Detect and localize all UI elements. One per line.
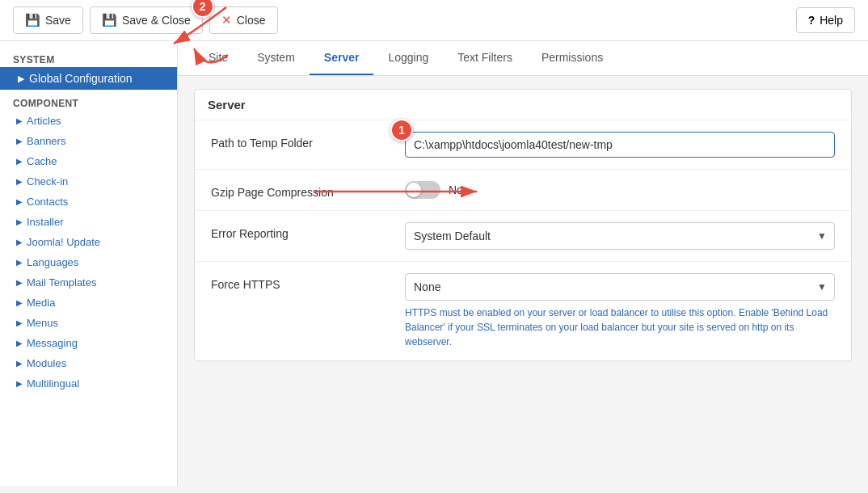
- path-temp-field: 1: [405, 132, 835, 158]
- sidebar-item-label: Check-in: [27, 175, 68, 188]
- error-reporting-field: System Default None Simple Maximum ▼: [405, 222, 835, 250]
- global-config-label: Global Configuration: [29, 72, 133, 85]
- error-reporting-label: Error Reporting: [211, 222, 389, 240]
- sidebar-item-label: Menus: [27, 317, 58, 329]
- sidebar-item-contacts[interactable]: ▶ Contacts: [0, 192, 177, 212]
- sidebar-item-label: Media: [27, 297, 55, 309]
- sidebar-item-banners[interactable]: ▶ Banners: [0, 131, 177, 151]
- sidebar-item-menus[interactable]: ▶ Menus: [0, 313, 177, 333]
- chevron-icon: ▶: [16, 318, 23, 327]
- sidebar-item-modules[interactable]: ▶ Modules: [0, 353, 177, 373]
- force-https-hint: HTTPS must be enabled on your server or …: [405, 305, 835, 349]
- sidebar: System ▶ Global Configuration Component …: [0, 41, 178, 486]
- tab-permissions[interactable]: Permissions: [527, 41, 617, 75]
- global-config-item[interactable]: ▶ Global Configuration: [0, 67, 177, 90]
- chevron-icon: ▶: [16, 379, 23, 388]
- force-https-label: Force HTTPS: [211, 273, 389, 291]
- sidebar-item-checkin[interactable]: ▶ Check-in: [0, 171, 177, 192]
- sidebar-item-label: Contacts: [27, 196, 68, 208]
- sidebar-item-mail-templates[interactable]: ▶ Mail Templates: [0, 272, 177, 293]
- chevron-icon: ▶: [16, 238, 23, 247]
- sidebar-item-label: Joomla! Update: [27, 236, 100, 248]
- sidebar-item-label: Articles: [27, 115, 61, 127]
- chevron-icon: ▶: [16, 278, 23, 287]
- path-temp-label: Path to Temp Folder: [211, 132, 389, 150]
- sidebar-item-joomla-update[interactable]: ▶ Joomla! Update: [0, 232, 177, 252]
- save-button[interactable]: 💾 Save: [13, 6, 83, 34]
- close-icon: ✕: [221, 13, 232, 27]
- chevron-icon: ▶: [16, 258, 23, 267]
- force-https-select[interactable]: None Administrator Only Entire Site: [405, 273, 835, 301]
- chevron-icon: ▶: [16, 137, 23, 145]
- system-section-label: System: [0, 51, 177, 67]
- gzip-field: No: [405, 181, 835, 199]
- sidebar-item-languages[interactable]: ▶ Languages: [0, 252, 177, 272]
- force-https-select-wrap: None Administrator Only Entire Site ▼: [405, 273, 835, 301]
- toolbar: 💾 Save 💾 Save & Close 2 ✕ Close ? Help: [0, 0, 868, 41]
- sidebar-item-label: Modules: [27, 357, 66, 369]
- sidebar-item-cache[interactable]: ▶ Cache: [0, 151, 177, 171]
- force-https-field: None Administrator Only Entire Site ▼ HT…: [405, 273, 835, 349]
- save-label: Save: [45, 14, 71, 27]
- toggle-wrap: No: [405, 181, 835, 199]
- sidebar-item-label: Multilingual: [27, 377, 79, 390]
- close-button[interactable]: ✕ Close: [209, 6, 278, 34]
- tab-text-filters[interactable]: Text Filters: [443, 41, 527, 75]
- main-layout: System ▶ Global Configuration Component …: [0, 41, 868, 486]
- help-button[interactable]: ? Help: [796, 7, 855, 33]
- chevron-icon: ▶: [16, 298, 23, 307]
- gzip-label: Gzip Page Compression: [211, 181, 389, 199]
- sidebar-item-articles[interactable]: ▶ Articles: [0, 111, 177, 131]
- chevron-icon: ▶: [16, 177, 23, 186]
- sidebar-item-label: Languages: [27, 256, 78, 268]
- chevron-icon: ▶: [16, 197, 23, 206]
- path-to-temp-folder-row: Path to Temp Folder 1: [195, 120, 851, 170]
- sidebar-item-installer[interactable]: ▶ Installer: [0, 212, 177, 232]
- server-panel: Server Path to Temp Folder 1 Gzip Page C…: [194, 89, 852, 361]
- force-https-row: Force HTTPS None Administrator Only Enti…: [195, 262, 851, 360]
- annotation-1: 1: [390, 119, 413, 141]
- sidebar-item-label: Cache: [27, 155, 57, 167]
- tabs-bar: Site System Server Logging Text Filters …: [178, 41, 868, 76]
- gzip-row: Gzip Page Compression No: [195, 170, 851, 211]
- error-reporting-row: Error Reporting System Default None Simp…: [195, 211, 851, 262]
- sidebar-item-label: Messaging: [27, 337, 78, 349]
- save-close-button[interactable]: 💾 Save & Close: [90, 6, 203, 34]
- sidebar-item-media[interactable]: ▶ Media: [0, 293, 177, 313]
- error-reporting-select[interactable]: System Default None Simple Maximum: [405, 222, 835, 250]
- close-label: Close: [237, 14, 266, 27]
- chevron-icon: ▶: [16, 116, 23, 125]
- error-reporting-select-wrap: System Default None Simple Maximum ▼: [405, 222, 835, 250]
- form-content: Server Path to Temp Folder 1 Gzip Page C…: [178, 76, 868, 374]
- sidebar-item-label: Mail Templates: [27, 276, 96, 289]
- sidebar-item-label: Banners: [27, 135, 65, 147]
- gzip-toggle[interactable]: [405, 181, 440, 199]
- sidebar-item-messaging[interactable]: ▶ Messaging: [0, 333, 177, 353]
- chevron-icon: ▶: [16, 339, 23, 348]
- sidebar-item-multilingual[interactable]: ▶ Multilingual: [0, 373, 177, 394]
- path-temp-input[interactable]: [405, 132, 835, 158]
- panel-title: Server: [195, 90, 851, 120]
- tab-server[interactable]: Server: [310, 41, 374, 75]
- content-area: Site System Server Logging Text Filters …: [178, 41, 868, 486]
- save-close-label: Save & Close: [122, 14, 191, 27]
- help-icon: ?: [808, 14, 815, 27]
- chevron-right-icon: ▶: [18, 74, 24, 84]
- save-icon: 💾: [25, 13, 40, 27]
- sidebar-item-label: Installer: [27, 216, 64, 228]
- help-label: Help: [820, 14, 843, 27]
- chevron-icon: ▶: [16, 157, 23, 166]
- tab-site[interactable]: Site: [194, 41, 242, 75]
- tab-system[interactable]: System: [242, 41, 310, 75]
- gzip-toggle-label: No: [449, 183, 463, 196]
- tab-logging[interactable]: Logging: [373, 41, 443, 75]
- component-section-label: Component: [0, 90, 177, 111]
- toggle-knob: [407, 183, 421, 197]
- save-close-icon: 💾: [102, 13, 117, 27]
- chevron-icon: ▶: [16, 359, 23, 368]
- chevron-icon: ▶: [16, 217, 23, 226]
